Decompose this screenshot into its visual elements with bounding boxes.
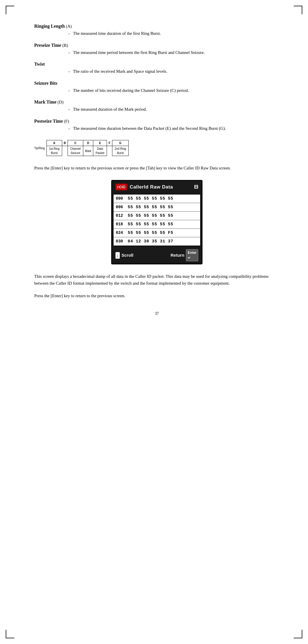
section-postseize-time: Postseize Time (F) The measured time dur… (34, 118, 279, 132)
enter-icon: Enter↵ (186, 249, 198, 261)
data-row-5: 030 04 12 30 35 31 37 (114, 237, 200, 246)
term-postseize-time: Postseize Time (F) (34, 118, 279, 125)
footer-scroll: ↓ Scroll (116, 252, 133, 259)
timing-header-row: A B C D E F G (46, 140, 128, 146)
timing-sub-F (107, 146, 112, 156)
device-container: CCID CallerId Raw Data ⊟ 000 55 55 55 55… (34, 180, 279, 264)
footer-return: Return Enter↵ (171, 249, 198, 261)
section-twist: Twist The ratio of the received Mark and… (34, 61, 279, 75)
term-ringing-length: Ringing Length (A) (34, 23, 279, 30)
term-preseize-time: Preseize Time (B) (34, 42, 279, 49)
page-content: Ringing Length (A) The measured time dur… (34, 23, 279, 317)
corner-mark-tl (6, 6, 14, 14)
timing-sublabel-row: 1st RingBurst ChannelSeizure Mark DataPa… (46, 146, 128, 156)
body-text: This screen displays a hexadecimal dump … (34, 273, 279, 287)
def-postseize-time: The measured time duration between the D… (68, 125, 279, 132)
timing-cell-E-label: E (93, 140, 107, 146)
data-row-4: 024 55 55 55 55 55 F5 (114, 229, 200, 237)
timing-cell-F-label: F (107, 140, 112, 146)
section-seizure-bits: Seizure Bits The number of bits received… (34, 80, 279, 94)
press-instructions-1: Press the [Enter] key to return to the p… (34, 165, 279, 171)
device-body: 000 55 55 55 55 55 55 006 55 55 55 55 55… (113, 194, 201, 246)
timing-cell-B-label: B (62, 140, 68, 146)
timing-left-label: Tip/Ring (34, 146, 45, 150)
timing-sub-E: DataPacket (93, 146, 107, 156)
device-footer: ↓ Scroll Return Enter↵ (112, 247, 202, 264)
timing-sub-G: 2nd RingBurst (112, 146, 128, 156)
timing-cell-G-label: G (112, 140, 128, 146)
press-instructions-2: Press the [Enter] key to return to the p… (34, 292, 279, 299)
def-twist: The ratio of the received Mark and Space… (68, 68, 279, 75)
scroll-label: Scroll (121, 252, 133, 259)
term-mark-time: Mark Time (D) (34, 99, 279, 106)
def-ringing-length: The measured time duration of the first … (68, 30, 279, 37)
timing-sub-A: 1st RingBurst (46, 146, 62, 156)
def-preseize-time: The measured time period between the fir… (68, 49, 279, 56)
return-label: Return (171, 252, 184, 259)
corner-mark-bl (6, 630, 14, 638)
timing-sub-C: ChannelSeizure (68, 146, 83, 156)
timing-sub-D: Mark (83, 146, 93, 156)
timing-table: A B C D E F G 1st RingBurst ChannelSeizu… (46, 140, 129, 156)
timing-sub-B (62, 146, 68, 156)
def-mark-time: The measured duration of the Mark period… (68, 106, 279, 113)
caller-id-device: CCID CallerId Raw Data ⊟ 000 55 55 55 55… (111, 180, 202, 264)
timing-diagram: Tip/Ring A B C D E F G 1st RingBurst Cha… (34, 140, 279, 156)
section-mark-time: Mark Time (D) The measured duration of t… (34, 99, 279, 113)
device-battery-icon: ⊟ (194, 183, 198, 191)
corner-mark-br (294, 630, 302, 638)
data-row-1: 006 55 55 55 55 55 55 (114, 203, 200, 212)
term-seizure-bits: Seizure Bits (34, 80, 279, 87)
term-twist: Twist (34, 61, 279, 68)
device-title: CallerId Raw Data (130, 183, 194, 191)
device-header: CCID CallerId Raw Data ⊟ (112, 181, 202, 193)
section-ringing-length: Ringing Length (A) The measured time dur… (34, 23, 279, 37)
data-row-3: 018 55 55 55 55 55 55 (114, 220, 200, 229)
device-header-icon: CCID (116, 184, 127, 191)
timing-cell-A-label: A (46, 140, 62, 146)
def-seizure-bits: The number of bits received during the C… (68, 87, 279, 94)
page-number: 37 (34, 311, 279, 317)
corner-mark-tr (294, 6, 302, 14)
scroll-down-icon: ↓ (116, 252, 120, 259)
section-preseize-time: Preseize Time (B) The measured time peri… (34, 42, 279, 56)
data-row-0: 000 55 55 55 55 55 55 (114, 195, 200, 203)
data-row-2: 012 55 55 55 55 55 55 (114, 212, 200, 220)
timing-cell-C-label: C (68, 140, 83, 146)
timing-cell-D-label: D (83, 140, 93, 146)
